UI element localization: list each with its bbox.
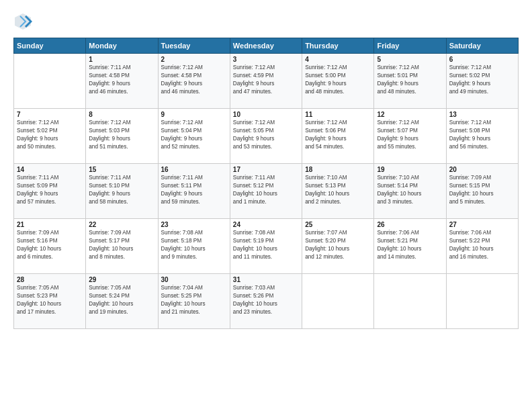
calendar-cell: 9Sunrise: 7:12 AM Sunset: 5:04 PM Daylig…: [158, 109, 230, 164]
day-info: Sunrise: 7:05 AM Sunset: 5:24 PM Dayligh…: [89, 284, 154, 316]
day-info: Sunrise: 7:12 AM Sunset: 5:03 PM Dayligh…: [89, 119, 154, 151]
header-day: Friday: [374, 38, 446, 54]
calendar-cell: 28Sunrise: 7:05 AM Sunset: 5:23 PM Dayli…: [14, 274, 86, 329]
calendar-cell: 29Sunrise: 7:05 AM Sunset: 5:24 PM Dayli…: [86, 274, 158, 329]
day-number: 14: [17, 166, 83, 173]
calendar-cell: 3Sunrise: 7:12 AM Sunset: 4:59 PM Daylig…: [230, 54, 302, 109]
day-info: Sunrise: 7:06 AM Sunset: 5:22 PM Dayligh…: [449, 229, 515, 261]
day-number: 12: [377, 111, 443, 118]
day-number: 5: [377, 56, 443, 63]
day-number: 18: [305, 166, 371, 173]
day-info: Sunrise: 7:09 AM Sunset: 5:15 PM Dayligh…: [449, 174, 515, 206]
header-day: Wednesday: [230, 38, 302, 54]
calendar-week-row: 14Sunrise: 7:11 AM Sunset: 5:09 PM Dayli…: [14, 164, 519, 219]
day-info: Sunrise: 7:04 AM Sunset: 5:25 PM Dayligh…: [161, 284, 227, 316]
logo: [13, 12, 35, 31]
day-info: Sunrise: 7:12 AM Sunset: 4:58 PM Dayligh…: [161, 64, 227, 96]
calendar-cell: 21Sunrise: 7:09 AM Sunset: 5:16 PM Dayli…: [14, 219, 86, 274]
day-info: Sunrise: 7:12 AM Sunset: 5:06 PM Dayligh…: [305, 119, 371, 151]
calendar-cell: 26Sunrise: 7:06 AM Sunset: 5:21 PM Dayli…: [374, 219, 446, 274]
day-number: 1: [89, 56, 154, 63]
day-info: Sunrise: 7:06 AM Sunset: 5:21 PM Dayligh…: [377, 229, 443, 261]
calendar-cell: 22Sunrise: 7:09 AM Sunset: 5:17 PM Dayli…: [86, 219, 158, 274]
day-number: 21: [17, 221, 83, 228]
calendar-cell: [446, 274, 518, 329]
calendar-cell: 19Sunrise: 7:10 AM Sunset: 5:14 PM Dayli…: [374, 164, 446, 219]
day-number: 16: [161, 166, 227, 173]
day-info: Sunrise: 7:11 AM Sunset: 4:58 PM Dayligh…: [89, 64, 154, 96]
calendar-cell: [302, 274, 374, 329]
day-number: 10: [233, 111, 299, 118]
calendar-cell: 24Sunrise: 7:08 AM Sunset: 5:19 PM Dayli…: [230, 219, 302, 274]
day-info: Sunrise: 7:12 AM Sunset: 5:05 PM Dayligh…: [233, 119, 299, 151]
day-number: 17: [233, 166, 299, 173]
header-day: Thursday: [302, 38, 374, 54]
calendar-cell: 30Sunrise: 7:04 AM Sunset: 5:25 PM Dayli…: [158, 274, 230, 329]
calendar-cell: 12Sunrise: 7:12 AM Sunset: 5:07 PM Dayli…: [374, 109, 446, 164]
day-number: 6: [449, 56, 515, 63]
day-info: Sunrise: 7:12 AM Sunset: 5:07 PM Dayligh…: [377, 119, 443, 151]
day-number: 31: [233, 276, 299, 283]
calendar-cell: 27Sunrise: 7:06 AM Sunset: 5:22 PM Dayli…: [446, 219, 518, 274]
header-day: Monday: [86, 38, 158, 54]
calendar-cell: 4Sunrise: 7:12 AM Sunset: 5:00 PM Daylig…: [302, 54, 374, 109]
day-number: 20: [449, 166, 515, 173]
calendar-cell: 8Sunrise: 7:12 AM Sunset: 5:03 PM Daylig…: [86, 109, 158, 164]
day-number: 23: [161, 221, 227, 228]
calendar-cell: 13Sunrise: 7:12 AM Sunset: 5:08 PM Dayli…: [446, 109, 518, 164]
day-info: Sunrise: 7:09 AM Sunset: 5:17 PM Dayligh…: [89, 229, 154, 261]
day-number: 19: [377, 166, 443, 173]
page-header: [13, 12, 519, 31]
calendar-cell: 31Sunrise: 7:03 AM Sunset: 5:26 PM Dayli…: [230, 274, 302, 329]
calendar-cell: 10Sunrise: 7:12 AM Sunset: 5:05 PM Dayli…: [230, 109, 302, 164]
day-info: Sunrise: 7:03 AM Sunset: 5:26 PM Dayligh…: [233, 284, 299, 316]
day-number: 13: [449, 111, 515, 118]
day-info: Sunrise: 7:12 AM Sunset: 5:01 PM Dayligh…: [377, 64, 443, 96]
day-number: 30: [161, 276, 227, 283]
day-number: 8: [89, 111, 154, 118]
day-info: Sunrise: 7:08 AM Sunset: 5:19 PM Dayligh…: [233, 229, 299, 261]
calendar-cell: 20Sunrise: 7:09 AM Sunset: 5:15 PM Dayli…: [446, 164, 518, 219]
day-info: Sunrise: 7:08 AM Sunset: 5:18 PM Dayligh…: [161, 229, 227, 261]
day-info: Sunrise: 7:12 AM Sunset: 4:59 PM Dayligh…: [233, 64, 299, 96]
calendar-page: SundayMondayTuesdayWednesdayThursdayFrid…: [0, 0, 532, 411]
calendar-cell: 1Sunrise: 7:11 AM Sunset: 4:58 PM Daylig…: [86, 54, 158, 109]
calendar-week-row: 21Sunrise: 7:09 AM Sunset: 5:16 PM Dayli…: [14, 219, 519, 274]
day-number: 22: [89, 221, 154, 228]
day-info: Sunrise: 7:10 AM Sunset: 5:13 PM Dayligh…: [305, 174, 371, 206]
day-info: Sunrise: 7:12 AM Sunset: 5:08 PM Dayligh…: [449, 119, 515, 151]
day-info: Sunrise: 7:11 AM Sunset: 5:10 PM Dayligh…: [89, 174, 154, 206]
day-number: 15: [89, 166, 154, 173]
day-info: Sunrise: 7:12 AM Sunset: 5:02 PM Dayligh…: [17, 119, 83, 151]
day-info: Sunrise: 7:07 AM Sunset: 5:20 PM Dayligh…: [305, 229, 371, 261]
day-info: Sunrise: 7:12 AM Sunset: 5:00 PM Dayligh…: [305, 64, 371, 96]
day-number: 29: [89, 276, 154, 283]
calendar-cell: 23Sunrise: 7:08 AM Sunset: 5:18 PM Dayli…: [158, 219, 230, 274]
day-number: 4: [305, 56, 371, 63]
day-info: Sunrise: 7:11 AM Sunset: 5:09 PM Dayligh…: [17, 174, 83, 206]
day-number: 7: [17, 111, 83, 118]
calendar-cell: 6Sunrise: 7:12 AM Sunset: 5:02 PM Daylig…: [446, 54, 518, 109]
day-number: 3: [233, 56, 299, 63]
day-number: 26: [377, 221, 443, 228]
day-info: Sunrise: 7:12 AM Sunset: 5:02 PM Dayligh…: [449, 64, 515, 96]
calendar-cell: 16Sunrise: 7:11 AM Sunset: 5:11 PM Dayli…: [158, 164, 230, 219]
day-info: Sunrise: 7:11 AM Sunset: 5:11 PM Dayligh…: [161, 174, 227, 206]
calendar-cell: 25Sunrise: 7:07 AM Sunset: 5:20 PM Dayli…: [302, 219, 374, 274]
header-day: Saturday: [446, 38, 518, 54]
calendar-header: SundayMondayTuesdayWednesdayThursdayFrid…: [14, 38, 519, 54]
calendar-cell: 7Sunrise: 7:12 AM Sunset: 5:02 PM Daylig…: [14, 109, 86, 164]
calendar-week-row: 1Sunrise: 7:11 AM Sunset: 4:58 PM Daylig…: [14, 54, 519, 109]
day-number: 28: [17, 276, 83, 283]
day-info: Sunrise: 7:10 AM Sunset: 5:14 PM Dayligh…: [377, 174, 443, 206]
header-day: Sunday: [14, 38, 86, 54]
calendar-cell: 11Sunrise: 7:12 AM Sunset: 5:06 PM Dayli…: [302, 109, 374, 164]
svg-marker-0: [15, 13, 31, 30]
calendar-cell: 2Sunrise: 7:12 AM Sunset: 4:58 PM Daylig…: [158, 54, 230, 109]
calendar-cell: 5Sunrise: 7:12 AM Sunset: 5:01 PM Daylig…: [374, 54, 446, 109]
day-info: Sunrise: 7:12 AM Sunset: 5:04 PM Dayligh…: [161, 119, 227, 151]
calendar-cell: [14, 54, 86, 109]
day-info: Sunrise: 7:11 AM Sunset: 5:12 PM Dayligh…: [233, 174, 299, 206]
calendar-cell: 15Sunrise: 7:11 AM Sunset: 5:10 PM Dayli…: [86, 164, 158, 219]
calendar-cell: 17Sunrise: 7:11 AM Sunset: 5:12 PM Dayli…: [230, 164, 302, 219]
